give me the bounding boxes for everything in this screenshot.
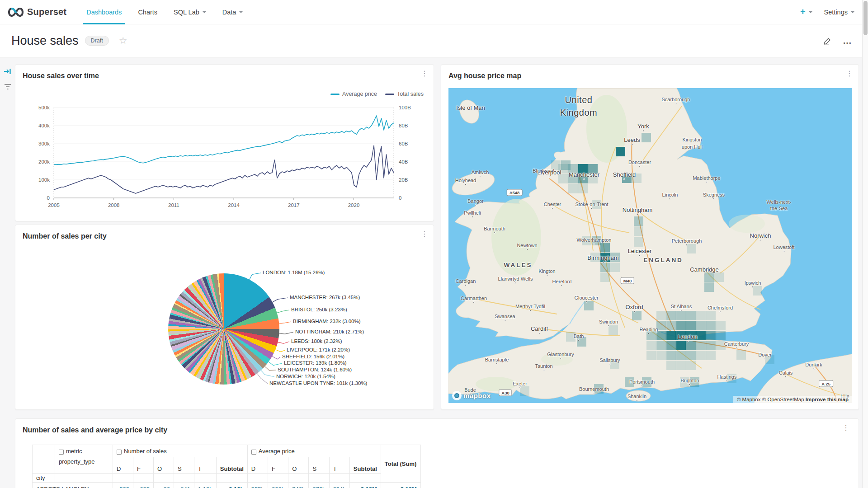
road-badge: M40 [621, 277, 634, 284]
cell-value: 202k [268, 483, 288, 488]
heat-cell [696, 341, 706, 350]
map-label: Birmingham [587, 254, 618, 261]
map-label: WALES [504, 262, 532, 268]
heat-cell [696, 351, 706, 360]
mapbox-map[interactable]: UnitedKingdomIsle of ManScarboroughYorkL… [448, 88, 852, 403]
col-header-Subtotal: Subtotal [216, 457, 247, 474]
blank-cell [55, 474, 113, 483]
nav-item-data[interactable]: Data [214, 0, 251, 24]
blank-cell [33, 457, 55, 474]
superset-logo[interactable]: Superset [0, 7, 78, 17]
map-label-dot [519, 387, 521, 389]
map-label-dot [687, 341, 689, 343]
map-label: Barmouth [484, 226, 505, 231]
col-header-F: F [133, 457, 154, 474]
col-header-D: D [113, 457, 133, 474]
filter-icon[interactable] [4, 83, 12, 92]
map-label: Kingston [683, 137, 702, 142]
mapbox-logo[interactable]: mapbox [452, 391, 491, 400]
map-label: Shanklin [627, 394, 646, 399]
col-header-F: F [268, 457, 288, 474]
map-label-dot [689, 384, 691, 385]
dashboard-header: House sales Draft ☆ … [0, 24, 868, 57]
svg-text:40B: 40B [399, 159, 408, 164]
chart-card-sales-and-price-by-city: Number of sales and average price by cit… [15, 418, 859, 488]
heat-cell [646, 351, 656, 360]
map-label-dot [496, 363, 498, 365]
edit-pencil-icon[interactable] [823, 37, 832, 45]
map-label: Chelmsford [708, 305, 733, 310]
table-row: ABBOTS LANGLEY539635268411.12k3.16k555k2… [33, 483, 421, 488]
map-label-dot [752, 286, 754, 288]
blank-cell [194, 474, 217, 483]
heat-cell [696, 331, 706, 340]
blank-cell [247, 474, 268, 483]
heat-cell [600, 263, 610, 272]
favorite-star-icon[interactable]: ☆ [119, 35, 127, 46]
pivot-table-grid: −metric−Number of sales−Average priceTot… [32, 445, 421, 488]
collapse-icon[interactable]: − [117, 450, 122, 455]
map-label-dot [719, 311, 721, 313]
heat-cell [736, 350, 746, 360]
map-label-dot [648, 333, 650, 334]
collapse-icon[interactable]: − [59, 450, 64, 455]
more-actions-icon[interactable]: … [843, 38, 853, 43]
col-header-T: T [194, 457, 217, 474]
map-label: Amlwch [472, 169, 489, 175]
nav-item-charts[interactable]: Charts [130, 0, 165, 24]
cell-value: 2.18M [349, 483, 381, 488]
heat-cell [696, 311, 706, 320]
improve-map-link[interactable]: Improve this map [806, 397, 849, 402]
chart-options-kebab-icon[interactable]: ⋮ [846, 70, 853, 77]
map-label: Mablethorpe [693, 175, 720, 181]
attribution-text[interactable]: © Mapbox © OpenStreetMap [737, 397, 804, 402]
mapbox-wordmark: mapbox [463, 392, 491, 399]
chart-options-kebab-icon[interactable]: ⋮ [842, 424, 849, 432]
heat-cell [578, 184, 588, 193]
nav-item-dashboards[interactable]: Dashboards [78, 0, 130, 24]
collapse-icon[interactable]: − [251, 450, 256, 455]
blank-cell [216, 474, 247, 483]
expand-filter-bar-icon[interactable] [4, 68, 12, 77]
svg-text:400k: 400k [38, 123, 50, 128]
heat-cell [646, 341, 656, 350]
heat-cell [676, 311, 686, 320]
page-scrollbar[interactable] [862, 0, 868, 488]
cell-value: 635 [133, 483, 154, 488]
chevron-down-icon [239, 11, 243, 13]
scrollbar-thumb[interactable] [863, 1, 868, 35]
chart-options-kebab-icon[interactable]: ⋮ [421, 70, 428, 77]
settings-menu[interactable]: Settings [824, 9, 854, 16]
map-label-dot [785, 376, 787, 378]
map-label-dot [764, 358, 766, 360]
svg-text:200k: 200k [38, 159, 50, 164]
heat-cell [634, 226, 643, 236]
row-label: ABBOTS LANGLEY [33, 483, 113, 488]
map-label: Swindon [599, 319, 618, 324]
cell-value: 841 [174, 483, 194, 488]
heat-cell [616, 147, 625, 156]
map-label-dot [623, 178, 625, 180]
map-label-dot [703, 273, 705, 275]
metric-group-header[interactable]: −Number of sales [113, 445, 248, 457]
road-badge: A548 [507, 189, 523, 196]
heat-cell [714, 272, 724, 282]
map-label-dot [543, 369, 545, 371]
pie-chart[interactable] [168, 273, 279, 385]
metric-group-header[interactable]: −Average price [247, 445, 381, 457]
chart-options-kebab-icon[interactable]: ⋮ [421, 230, 428, 238]
map-label: Brighton [681, 378, 699, 383]
pivot-table[interactable]: −metric−Number of sales−Average priceTot… [32, 445, 421, 488]
new-item-button[interactable]: + [800, 7, 812, 17]
map-label: Portsmouth [629, 379, 655, 385]
nav-item-sql-lab[interactable]: SQL Lab [165, 0, 214, 24]
map-label-dot [642, 130, 644, 132]
map-label-dot [669, 198, 671, 200]
line-chart[interactable]: 00100k20B200k40B300k60B400k80B500k100B20… [15, 92, 434, 221]
metric-header[interactable]: −metric [55, 445, 113, 457]
map-label: Manchester [569, 171, 599, 178]
map-label-dot [593, 392, 595, 394]
map-label: Merthyr Tydfil [515, 304, 545, 309]
pie-slice-label: NORWICH: 120k (1.54%) [276, 374, 335, 379]
heat-cell [706, 331, 716, 340]
